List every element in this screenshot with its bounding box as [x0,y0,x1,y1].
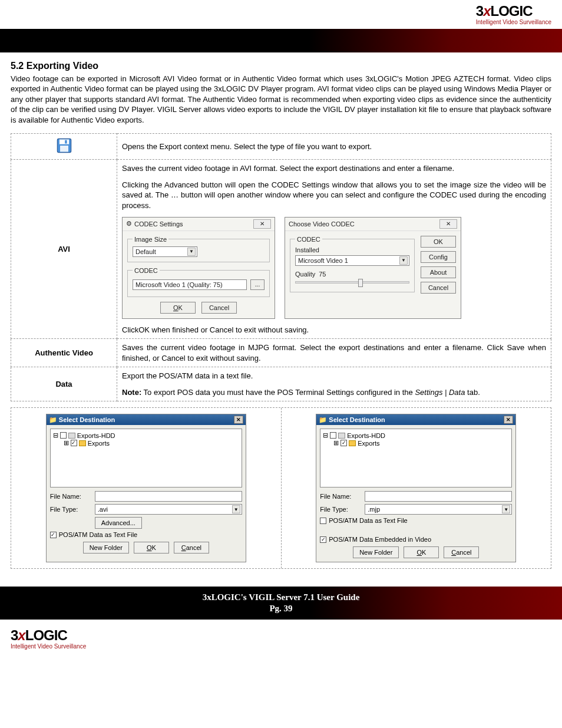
header-divider-bar [0,29,562,52]
avi-label: AVI [11,160,117,339]
pos-embed-checkbox[interactable]: POS/ATM Data Embedded in Video [320,536,431,543]
footer-logo: 3xLOGIC Intelligent Video Surveillance [11,625,551,661]
authentic-video-label: Authentic Video [11,339,117,367]
close-icon[interactable]: ✕ [504,416,513,424]
image-size-select[interactable]: Default▼ [133,246,197,257]
pos-text-checkbox[interactable]: POS/ATM Data as Text File [320,517,407,524]
quality-slider[interactable] [295,281,409,284]
ok-button[interactable]: OK [160,302,196,314]
formats-table: Opens the Export context menu. Select th… [11,133,551,401]
cancel-button[interactable]: Cancel [444,546,479,558]
data-label: Data [11,367,117,401]
cancel-button[interactable]: Cancel [201,302,237,314]
export-icon-desc: Opens the Export context menu. Select th… [117,134,551,160]
file-type-label: File Type: [50,506,91,513]
codec-name-field[interactable]: Microsoft Video 1 (Quality: 75) [133,279,247,290]
file-type-select[interactable]: .mjp▼ [365,504,512,515]
new-folder-button[interactable]: New Folder [353,546,399,558]
close-icon[interactable]: ✕ [439,219,457,229]
cancel-button[interactable]: Cancel [421,282,456,294]
logo-tagline: Intelligent Video Surveillance [476,19,551,25]
destination-dialogs-row: 📁 Select Destination ✕ ⊟Exports-HDD ⊞Exp… [11,407,551,569]
ok-button[interactable]: OK [404,546,439,558]
svg-rect-1 [59,140,68,144]
file-name-label: File Name: [320,493,361,500]
choose-codec-dialog: Choose Video CODEC ✕ CODEC Installed Mic… [285,217,461,319]
file-type-label: File Type: [320,506,361,513]
close-icon[interactable]: ✕ [234,416,243,424]
footer-bar: 3xLOGIC's VIGIL Server 7.1 User Guide Pg… [0,587,562,620]
installed-codec-select[interactable]: Microsoft Video 1▼ [295,255,409,266]
advanced-button[interactable]: Advanced... [95,517,142,529]
select-destination-avi: 📁 Select Destination ✕ ⊟Exports-HDD ⊞Exp… [46,414,246,562]
data-desc: Export the POS/ATM data in a text file. … [117,367,551,401]
svg-rect-3 [60,146,68,152]
intro-paragraph: Video footage can be exported in Microso… [11,74,551,126]
footer-page: Pg. 39 [0,604,562,614]
save-icon [56,137,72,154]
destination-tree[interactable]: ⊟Exports-HDD ⊞Exports [320,429,512,487]
select-destination-mjp: 📁 Select Destination ✕ ⊟Exports-HDD ⊞Exp… [316,414,516,562]
file-name-input[interactable] [365,491,512,502]
codec-browse-button[interactable]: ... [250,279,265,290]
section-heading: 5.2 Exporting Video [11,61,551,71]
about-button[interactable]: About [421,266,456,278]
ok-button[interactable]: OK [421,236,456,248]
header-logo: 3xLOGIC Intelligent Video Surveillance [11,0,551,27]
pos-text-checkbox[interactable]: POS/ATM Data as Text File [50,531,137,538]
ok-button[interactable]: OK [134,542,169,554]
data-note-text: To export POS data you must have the POS… [144,388,480,397]
svg-rect-2 [65,140,67,144]
authentic-video-desc: Saves the current video footage in MJPG … [117,339,551,367]
avi-desc: Saves the current video footage in AVI f… [117,160,551,339]
footer-title: 3xLOGIC's VIGIL Server 7.1 User Guide [203,592,360,602]
export-icon-cell [11,134,117,160]
destination-tree[interactable]: ⊟Exports-HDD ⊞Exports [50,429,242,487]
file-name-input[interactable] [95,491,242,502]
new-folder-button[interactable]: New Folder [83,542,129,554]
codec-settings-dialog: ⚙CODEC Settings ✕ Image Size Default▼ [122,217,275,319]
close-icon[interactable]: ✕ [253,219,271,229]
cancel-button[interactable]: Cancel [174,542,209,554]
file-name-label: File Name: [50,493,91,500]
config-button[interactable]: Config [421,251,456,263]
file-type-select[interactable]: .avi▼ [95,504,242,515]
